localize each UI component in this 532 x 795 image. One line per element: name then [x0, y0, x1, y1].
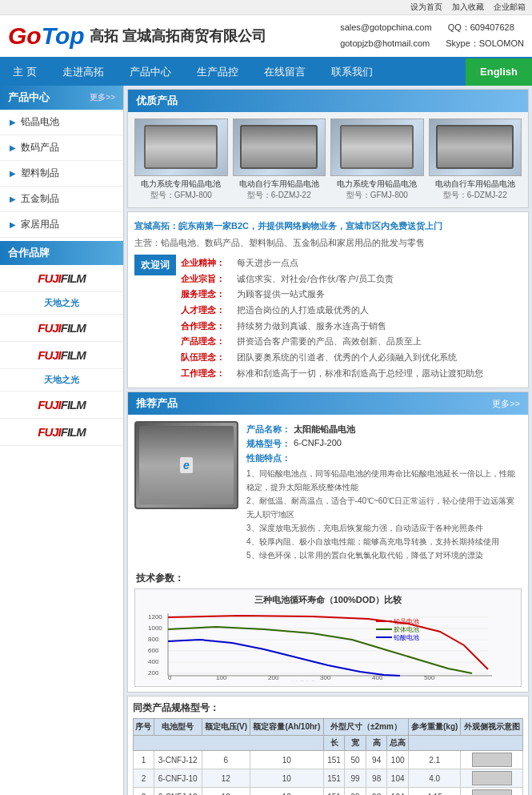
svg-text:铅晶电池: 铅晶电池 — [393, 618, 419, 625]
product-model-2: 型号：GFMJ-800 — [330, 190, 424, 201]
partner-6[interactable]: FUJIFILM — [0, 419, 123, 446]
featured-section: 优质产品 电力系统专用铅晶电池 型号：GFMJ-800 电动自行车用铅晶电池 型… — [127, 89, 529, 208]
product-model-0: 型号：GFMJ-800 — [134, 190, 228, 201]
contact-skype: Skype：SOLOMON — [446, 36, 524, 52]
recommend-more[interactable]: 更多>> — [492, 398, 520, 410]
product-item-1[interactable]: 电动自行车用铅晶电池 型号：6-DZMJ-22 — [233, 118, 326, 201]
product-img-1 — [233, 118, 326, 176]
sidebar-partners-header: 合作品牌 — [0, 241, 123, 265]
product-brand-icon: e — [180, 457, 193, 473]
col-header-2: 额定电压(V) — [202, 719, 250, 736]
fujifilm-logo-3: FUJIFILM — [38, 398, 86, 412]
product-model-1: 型号：6-DZMJ-22 — [233, 190, 326, 201]
product-name-2: 电力系统专用铅晶电池 — [330, 179, 424, 190]
product-item-2[interactable]: 电力系统专用铅晶电池 型号：GFMJ-800 — [330, 118, 424, 201]
features-list: 1、同铅酸电池点，同等铅晶电池的使用寿命比铅酸电池延长一倍以上，性能稳定，提升太… — [246, 467, 522, 562]
culture-row-1: 企业宗旨： 诚信求实、对社会/合作伙/客户/员工负责 — [181, 271, 522, 287]
tiandi-logo-1: 天地之光 — [44, 374, 79, 386]
header: 设为首页 加入收藏 企业邮箱 GoTop 高拓 宣城高拓商贸有限公司 sales… — [0, 0, 532, 58]
svg-text:300: 300 — [320, 674, 331, 681]
partner-0[interactable]: FUJIFILM — [0, 265, 123, 292]
product-model-3: 型号：6-DZMJ-22 — [429, 190, 522, 201]
product-name-3: 电动自行车用铅晶电池 — [429, 179, 522, 190]
sidebar-category-3[interactable]: ▶ 五金制品 — [0, 187, 123, 212]
product-name-value: 太阳能铅晶电池 — [294, 424, 355, 436]
svg-text:循环次数: 循环次数 — [291, 681, 317, 681]
specs-section: 同类产品规格型号： 序号 电池型号 额定电压(V) 额定容量(Ah/10hr) … — [127, 696, 529, 795]
col-sub-w: 宽 — [345, 736, 366, 751]
product-item-3[interactable]: 电动自行车用铅晶电池 型号：6-DZMJ-22 — [429, 118, 522, 201]
col-sub-h: 高 — [366, 736, 387, 751]
main-body: 产品中心 更多>> ▶ 铅晶电池 ▶ 数码产品 ▶ 塑料制品 ▶ 五金制品 ▶ … — [0, 86, 532, 795]
nav-products[interactable]: 产品中心 — [117, 58, 184, 86]
col-header-4: 外型尺寸（±2mm） — [323, 719, 408, 736]
featured-header: 优质产品 — [128, 90, 528, 112]
fujifilm-logo-0: FUJIFILM — [38, 271, 86, 285]
header-main: GoTop 高拓 宣城高拓商贸有限公司 sales@gotopchina.com… — [0, 15, 532, 57]
partner-1[interactable]: 天地之光 — [0, 292, 123, 315]
col-sub-th: 总高 — [387, 736, 409, 751]
specs-subtitle: 同类产品规格型号： — [133, 701, 523, 715]
culture-row-3: 人才理念： 把适合岗位的人打造成最优秀的人 — [181, 303, 522, 318]
nav-contact[interactable]: 联系我们 — [318, 58, 386, 86]
feature-0: 1、同铅酸电池点，同等铅晶电池的使用寿命比铅酸电池延长一倍以上，性能稳定，提升太… — [246, 467, 522, 494]
partner-3[interactable]: FUJIFILM — [0, 342, 123, 369]
bookmark-link[interactable]: 加入收藏 — [452, 2, 484, 13]
col-header-8: 参考重量(kg) — [408, 719, 460, 736]
tiandi-logo-0: 天地之光 — [44, 297, 79, 309]
fujifilm-logo-1: FUJIFILM — [38, 321, 86, 335]
logo-gotop: GoTop — [8, 22, 85, 50]
partner-2[interactable]: FUJIFILM — [0, 315, 123, 342]
sidebar-more[interactable]: 更多>> — [90, 92, 115, 103]
partner-4[interactable]: 天地之光 — [0, 369, 123, 391]
nav-home[interactable]: 主 页 — [0, 58, 50, 86]
recommend-section: 推荐产品 更多>> e 产品名称： 太阳能铅晶电池 规格型号： 6-CNFJ-2… — [127, 391, 529, 693]
nav-production[interactable]: 生产品控 — [184, 58, 251, 86]
culture-row-7: 工作理念： 标准和刮造高于一切，标准和刮造高于总经理，愿动让渡犯助您 — [181, 366, 522, 381]
company-intro: 宣城高拓：皖东南第一家B2C，并提供网络购物业务，宣城市区内免费送货上门 主营：… — [127, 211, 529, 389]
sidebar-category-4[interactable]: ▶ 家居用品 — [0, 212, 123, 238]
svg-text:1000: 1000 — [148, 624, 162, 632]
svg-text:胶体电池: 胶体电池 — [394, 626, 419, 633]
header-meta-bar: 设为首页 加入收藏 企业邮箱 — [0, 0, 532, 15]
content-area: 优质产品 电力系统专用铅晶电池 型号：GFMJ-800 电动自行车用铅晶电池 型… — [124, 86, 532, 795]
product-img-0 — [134, 118, 228, 176]
svg-text:100: 100 — [216, 674, 227, 681]
email-link[interactable]: 企业邮箱 — [494, 2, 526, 13]
nav-message[interactable]: 在线留言 — [251, 58, 318, 86]
model-label: 规格型号： — [246, 438, 290, 450]
tech-title: 技术参数： — [128, 568, 528, 588]
contact-qq: QQ：609407628 — [448, 20, 514, 36]
sidebar-category-0[interactable]: ▶ 铅晶电池 — [0, 110, 123, 135]
sidebar-category-2[interactable]: ▶ 塑料制品 — [0, 161, 123, 187]
culture-row-5: 产品理念： 拼资适合客户需要的产品、高效创新、品质至上 — [181, 334, 522, 349]
product-name-1: 电动自行车用铅晶电池 — [233, 179, 326, 190]
sidebar: 产品中心 更多>> ▶ 铅晶电池 ▶ 数码产品 ▶ 塑料制品 ▶ 五金制品 ▶ … — [0, 86, 124, 795]
col-header-0: 序号 — [134, 719, 154, 736]
culture-row-6: 队伍理念： 团队要奥系统的引道者、优秀的个人必须融入到优化系统 — [181, 350, 522, 365]
col-sub-len: 长 — [323, 736, 345, 751]
product-item-0[interactable]: 电力系统专用铅晶电池 型号：GFMJ-800 — [134, 118, 228, 201]
svg-text:800: 800 — [148, 636, 159, 643]
svg-text:400: 400 — [148, 658, 159, 665]
svg-text:200: 200 — [268, 674, 279, 681]
table-row: 26-CNFJ-10121015199981044.0 — [134, 769, 523, 788]
nav-about[interactable]: 走进高拓 — [50, 58, 117, 86]
fujifilm-logo-2: FUJIFILM — [38, 348, 86, 362]
set-homepage-link[interactable]: 设为首页 — [410, 2, 442, 13]
feature-2: 3、深度放电无损伤，充电后恢复能力强，自动适应于各种光照条件 — [246, 521, 522, 535]
partner-5[interactable]: FUJIFILM — [0, 391, 123, 419]
sidebar-category-1[interactable]: ▶ 数码产品 — [0, 135, 123, 161]
nav-english[interactable]: English — [466, 58, 532, 86]
intro-main: 宣城高拓：皖东南第一家B2C，并提供网络购物业务，宣城市区内免费送货上门 — [134, 219, 522, 234]
recommend-header: 推荐产品 更多>> — [128, 392, 528, 415]
contact-email2: gotopjzb@hotmail.com — [340, 36, 430, 52]
svg-text:600: 600 — [148, 647, 159, 654]
col-header-9: 外观侧视示意图 — [461, 719, 523, 736]
svg-text:1200: 1200 — [148, 613, 162, 620]
arrow-icon-4: ▶ — [10, 220, 16, 229]
col-header-1: 电池型号 — [154, 719, 202, 736]
product-name-0: 电力系统专用铅晶电池 — [134, 179, 228, 190]
feature-4: 5、绿色环保，以常用的置白化氧氯化取代铅，降低了对环境的漂染 — [246, 548, 522, 562]
arrow-icon-0: ▶ — [10, 118, 16, 126]
